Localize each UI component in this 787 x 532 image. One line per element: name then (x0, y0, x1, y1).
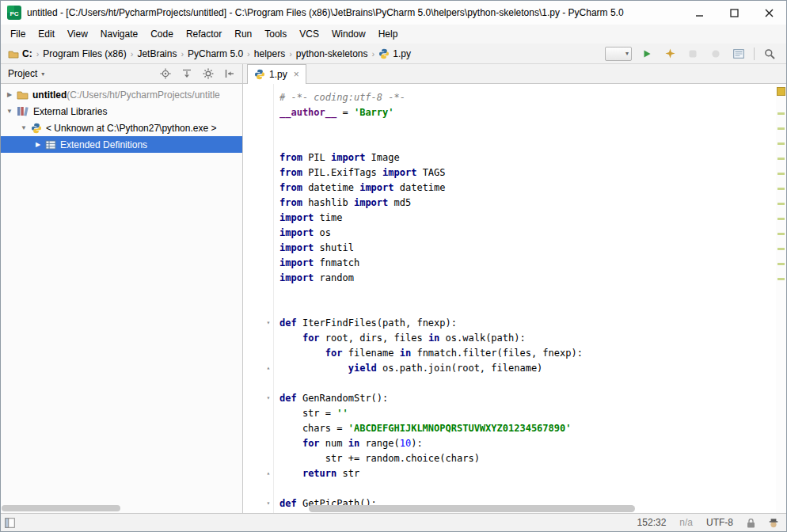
caret-position[interactable]: 152:32 (637, 517, 667, 528)
breadcrumb-item[interactable]: python-skeletons (295, 48, 370, 60)
close-button[interactable] (751, 1, 786, 25)
breadcrumb-item[interactable]: PyCharm 5.0 (186, 48, 245, 60)
menu-vcs[interactable]: VCS (293, 26, 325, 42)
gear-icon (203, 68, 214, 79)
editor-horizontal-scrollbar[interactable] (279, 505, 774, 512)
minimize-button[interactable] (682, 1, 717, 25)
drive-icon (8, 49, 19, 59)
coverage-button[interactable] (662, 46, 678, 62)
hide-button[interactable] (222, 66, 238, 82)
project-panel-title[interactable]: Project (8, 68, 37, 79)
encoding[interactable]: UTF-8 (706, 517, 733, 528)
fold-end-icon[interactable]: ▴ (264, 469, 273, 477)
menu-file[interactable]: File (4, 26, 32, 42)
breadcrumb-item[interactable]: helpers (253, 48, 287, 60)
code-line: str += random.choice(chars) (279, 451, 775, 466)
toolbar-separator (754, 48, 755, 60)
tree-item-label: External Libraries (29, 106, 107, 117)
menu-edit[interactable]: Edit (32, 26, 61, 42)
menu-tools[interactable]: Tools (258, 26, 293, 42)
menu-navigate[interactable]: Navigate (94, 26, 144, 42)
search-everywhere-button[interactable] (762, 46, 777, 62)
settings-button[interactable] (200, 66, 216, 82)
breadcrumb-item[interactable]: 1.py (377, 48, 413, 60)
code-line: for root, dirs, files in os.walk(path): (279, 331, 775, 346)
console-button[interactable] (731, 46, 747, 62)
code-line: for filename in fnmatch.filter(files, fn… (279, 346, 775, 361)
scrollbar-thumb[interactable] (2, 505, 120, 511)
menu-run[interactable]: Run (228, 26, 258, 42)
lock-icon[interactable] (747, 518, 755, 528)
code-line: def GenRandomStr(): (279, 391, 775, 406)
run-config-dropdown[interactable]: ▾ (605, 47, 632, 61)
window-title: untitled - [C:/Users/ht/PycharmProjects/… (27, 7, 624, 18)
tree-collapsed-icon[interactable]: ▶ (4, 91, 15, 98)
menu-refactor[interactable]: Refactor (180, 26, 228, 42)
tab-close-icon[interactable]: × (291, 69, 299, 80)
profiler-button[interactable] (685, 46, 701, 62)
stripe-marker[interactable] (777, 112, 785, 115)
run-button[interactable] (639, 46, 655, 62)
stripe-marker[interactable] (777, 158, 785, 160)
code-area[interactable]: # -*- coding:utf-8 -*-__author__ = 'Barr… (279, 90, 775, 513)
tree-item[interactable]: ▶Extended Definitions (1, 136, 242, 153)
menu-code[interactable]: Code (144, 26, 180, 42)
tree-item[interactable]: ▶untitled (C:/Users/ht/PycharmProjects/u… (1, 86, 242, 103)
tab-1py[interactable]: 1.py × (247, 64, 306, 84)
stripe-marker[interactable] (777, 188, 785, 190)
stripe-marker[interactable] (777, 142, 785, 145)
tree-item[interactable]: ▼< Unknown at C:\Python27\python.exe > (1, 120, 242, 136)
tree-item-label: untitled (29, 89, 67, 101)
tree-collapsed-icon[interactable]: ▶ (32, 141, 44, 148)
status-bar: 152:32 n/a UTF-8 (1, 513, 786, 531)
line-separator[interactable]: n/a (679, 517, 693, 528)
project-tool-window: ▶untitled (C:/Users/ht/PycharmProjects/u… (1, 84, 243, 513)
breadcrumb-item[interactable]: Program Files (x86) (41, 48, 127, 60)
fold-end-icon[interactable]: ▴ (264, 364, 273, 372)
project-horizontal-scrollbar[interactable] (2, 504, 241, 512)
attach-button[interactable] (708, 46, 724, 62)
editor[interactable]: ▾▾▾▴▴ # -*- coding:utf-8 -*-__author__ =… (243, 84, 786, 513)
navigation-bar: C:›Program Files (x86)›JetBrains›PyCharm… (1, 44, 786, 64)
collapse-all-icon (181, 68, 192, 79)
scrollbar-thumb[interactable] (309, 505, 635, 512)
menu-view[interactable]: View (61, 26, 94, 42)
stripe-marker[interactable] (777, 248, 785, 250)
project-tree: ▶untitled (C:/Users/ht/PycharmProjects/u… (1, 86, 242, 153)
stripe-marker[interactable] (777, 127, 785, 130)
fold-expanded-icon[interactable]: ▾ (264, 394, 273, 402)
stripe-marker[interactable] (777, 203, 785, 205)
stripe-marker[interactable] (777, 263, 785, 265)
tree-expanded-icon[interactable]: ▼ (4, 108, 15, 115)
locate-button[interactable] (158, 66, 173, 82)
code-line (279, 120, 775, 135)
collapse-all-button[interactable] (179, 66, 195, 82)
code-line: from PIL.ExifTags import TAGS (279, 165, 775, 180)
toolwindows-toggle-icon[interactable] (5, 518, 15, 528)
menu-window[interactable]: Window (325, 26, 372, 42)
code-line (279, 481, 775, 496)
stripe-marker[interactable] (777, 173, 785, 175)
fold-expanded-icon[interactable]: ▾ (264, 500, 273, 507)
inspection-indicator[interactable] (777, 87, 785, 96)
project-panel-header: Project ▾ (1, 64, 243, 83)
chevron-down-icon: ▾ (41, 70, 44, 78)
menu-help[interactable]: Help (372, 26, 405, 42)
maximize-button[interactable] (717, 1, 751, 25)
breadcrumb-item[interactable]: C: (6, 48, 34, 60)
project-panel-actions (158, 66, 238, 82)
breadcrumb-separator-icon: › (287, 49, 295, 59)
python-icon (29, 123, 42, 134)
stripe-marker[interactable] (777, 218, 785, 220)
code-line: from hashlib import md5 (279, 196, 775, 211)
hector-icon[interactable] (769, 518, 778, 528)
breadcrumb-item[interactable]: JetBrains (135, 48, 178, 60)
code-line: chars = 'ABCDEFGHIJKLMNOPQRSTUVWXYZ01234… (279, 421, 775, 436)
fold-expanded-icon[interactable]: ▾ (264, 319, 273, 327)
tree-item-path: (C:/Users/ht/PycharmProjects/untitle (67, 89, 219, 101)
tree-item[interactable]: ▼External Libraries (1, 103, 242, 120)
breadcrumb-label: C: (22, 48, 32, 59)
stripe-marker[interactable] (777, 278, 785, 280)
tree-expanded-icon[interactable]: ▼ (18, 124, 29, 131)
stripe-marker[interactable] (777, 233, 785, 235)
